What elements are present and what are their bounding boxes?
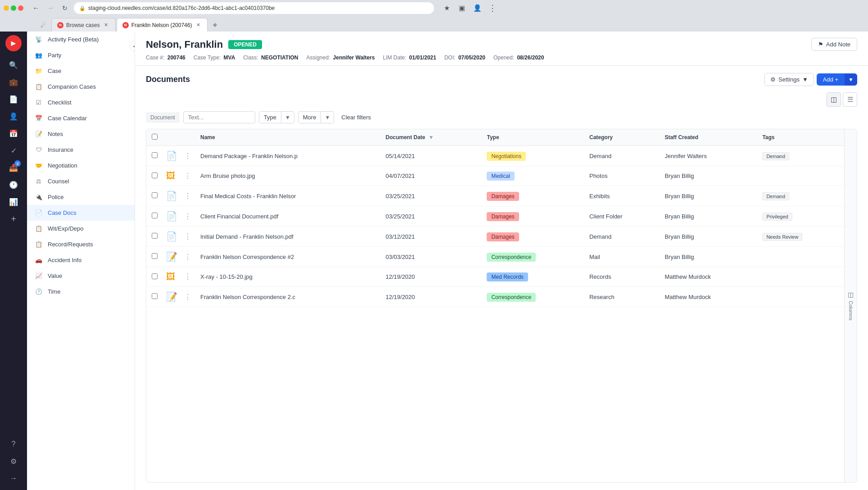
add-note-button[interactable]: ⚑ Add Note: [811, 38, 857, 51]
row-checkbox-0[interactable]: [152, 152, 158, 158]
row-menu-button[interactable]: ⋮: [182, 272, 193, 282]
nav-item-party[interactable]: 👥 Party: [27, 47, 135, 63]
minimize-btn[interactable]: [4, 5, 9, 11]
nav-item-case-calendar[interactable]: 📅 Case Calendar: [27, 110, 135, 126]
row-name-cell[interactable]: X-ray - 10-15-20.jpg: [195, 267, 380, 287]
tab-browse-cases[interactable]: N Browse cases ✕: [51, 18, 116, 32]
row-menu-button[interactable]: ⋮: [182, 211, 193, 222]
inbox-icon-btn[interactable]: 📥 2: [5, 159, 22, 176]
tab-grid-btn[interactable]: ☄: [36, 19, 50, 32]
row-tags-cell: Demand: [757, 186, 844, 206]
tab-close-franklin[interactable]: ✕: [194, 22, 202, 29]
row-name-cell[interactable]: Final Medical Costs - Franklin Nelsor: [195, 186, 380, 206]
more-dropdown-btn[interactable]: ▼: [321, 112, 334, 123]
row-menu-button[interactable]: ⋮: [182, 151, 193, 161]
nav-item-case-docs[interactable]: 📄 Case Docs: [27, 205, 135, 221]
help-icon-btn[interactable]: ?: [5, 436, 22, 452]
menu-btn[interactable]: ⋮: [486, 2, 499, 14]
col-doc-date-header[interactable]: Document Date ▼: [380, 129, 481, 146]
type-dropdown-btn[interactable]: ▼: [281, 112, 294, 123]
col-category-header[interactable]: Category: [584, 129, 659, 146]
document-search-input[interactable]: [183, 111, 255, 123]
maximize-btn[interactable]: [11, 5, 16, 11]
nav-item-companion-cases[interactable]: 📋 Companion Cases: [27, 79, 135, 95]
col-name-header[interactable]: Name: [195, 129, 380, 146]
nav-item-case[interactable]: 📁 Case: [27, 63, 135, 79]
nav-item-accident-info[interactable]: 🚗 Accident Info: [27, 252, 135, 268]
row-menu-button[interactable]: ⋮: [182, 252, 193, 262]
row-checkbox-4[interactable]: [152, 233, 158, 239]
settings-button[interactable]: ⚙ Settings ▼: [764, 73, 814, 86]
row-menu-button[interactable]: ⋮: [182, 292, 193, 302]
case-label: Case: [48, 68, 61, 74]
logo-button[interactable]: ►: [5, 35, 22, 51]
row-menu-cell: ⋮: [181, 287, 195, 307]
nav-item-negotiation[interactable]: 🤝 Negotiation: [27, 158, 135, 173]
clear-filters-button[interactable]: Clear filters: [338, 112, 375, 122]
settings-icon-btn[interactable]: ⚙: [5, 453, 22, 469]
briefcase-icon-btn[interactable]: 💼: [5, 74, 22, 90]
add-button[interactable]: Add +: [817, 73, 845, 86]
col-type-header[interactable]: Type: [481, 129, 584, 146]
nav-item-insurance[interactable]: 🛡 Insurance: [27, 142, 135, 158]
chart-icon-btn[interactable]: 📊: [5, 194, 22, 210]
checkmark-icon-btn[interactable]: ✓: [5, 142, 22, 159]
new-tab-btn[interactable]: +: [208, 19, 221, 32]
col-staff-header[interactable]: Staff Created: [659, 129, 757, 146]
row-checkbox-6[interactable]: [152, 273, 158, 279]
plus-icon-btn[interactable]: +: [5, 211, 22, 227]
nav-item-counsel[interactable]: ⚖ Counsel: [27, 173, 135, 189]
add-button-dropdown[interactable]: ▼: [845, 73, 857, 86]
address-bar[interactable]: 🔒 staging-cloud.needles.com/case/id.820a…: [74, 2, 434, 14]
row-menu-button[interactable]: ⋮: [182, 231, 193, 242]
list-view-btn[interactable]: ☰: [843, 92, 857, 107]
row-checkbox-2[interactable]: [152, 192, 158, 198]
nav-item-checklist[interactable]: ☑ Checklist: [27, 95, 135, 110]
select-all-checkbox[interactable]: [152, 134, 158, 140]
nav-item-record-requests[interactable]: 📋 Record/Requests: [27, 236, 135, 252]
row-menu-button[interactable]: ⋮: [182, 191, 193, 201]
row-name-cell[interactable]: Franklin Nelson Correspondence #2: [195, 247, 380, 267]
row-name-cell[interactable]: Arm Bruise photo.jpg: [195, 166, 380, 186]
row-checkbox-5[interactable]: [152, 253, 158, 259]
row-checkbox-1[interactable]: [152, 172, 158, 178]
close-btn[interactable]: [18, 5, 23, 11]
clock-icon-btn[interactable]: 🕐: [5, 177, 22, 193]
tab-close-browse[interactable]: ✕: [103, 22, 110, 29]
nav-item-activity-feed[interactable]: 📡 Activity Feed (Beta): [27, 32, 135, 47]
row-name-cell[interactable]: Client Financial Document.pdf: [195, 206, 380, 227]
doi-label: DOI:: [444, 54, 456, 61]
file-type-icon: 🖼: [166, 272, 175, 281]
document-icon-btn[interactable]: 📄: [5, 91, 22, 107]
extensions-btn[interactable]: ▣: [456, 2, 468, 14]
row-category-cell: Mail: [584, 247, 659, 267]
row-name-cell[interactable]: Initial Demand - Franklin Nelson.pdf: [195, 227, 380, 247]
grid-view-btn[interactable]: ◫: [827, 92, 841, 107]
row-tags-cell: Privileged: [757, 206, 844, 227]
calendar-icon-btn[interactable]: 📅: [5, 125, 22, 141]
logout-icon-btn[interactable]: →: [5, 470, 22, 486]
row-doc-date-cell: 04/07/2021: [380, 166, 481, 186]
row-name-cell[interactable]: Franklin Nelson Correspondence 2.c: [195, 287, 380, 307]
person-icon-btn[interactable]: 👤: [5, 108, 22, 124]
nav-item-value[interactable]: 📈 Value: [27, 268, 135, 284]
forward-btn[interactable]: →: [44, 2, 57, 14]
row-name-cell[interactable]: Demand Package - Franklin Nelson.p: [195, 146, 380, 166]
profile-btn[interactable]: 👤: [471, 2, 484, 14]
tab-franklin[interactable]: N Franklin Nelson (200746) ✕: [117, 18, 208, 32]
nav-item-wit-exp-depo[interactable]: 📋 Wit/Exp/Depo: [27, 221, 135, 236]
nav-item-notes[interactable]: 📝 Notes: [27, 126, 135, 142]
nav-item-time[interactable]: 🕐 Time: [27, 284, 135, 299]
back-btn[interactable]: ←: [30, 2, 42, 14]
row-checkbox-7[interactable]: [152, 293, 158, 299]
row-menu-button[interactable]: ⋮: [182, 171, 193, 181]
nav-item-police[interactable]: 🔌 Police: [27, 189, 135, 205]
columns-panel[interactable]: ◫ Columns: [844, 129, 857, 482]
reload-btn[interactable]: ↻: [59, 2, 71, 14]
col-tags-header[interactable]: Tags: [757, 129, 844, 146]
value-icon: 📈: [34, 272, 43, 279]
bookmark-btn[interactable]: ★: [440, 2, 453, 14]
documents-table-wrapper: Name Document Date ▼ Type: [146, 129, 857, 483]
row-checkbox-3[interactable]: [152, 213, 158, 218]
search-icon-btn[interactable]: 🔍: [5, 57, 22, 73]
